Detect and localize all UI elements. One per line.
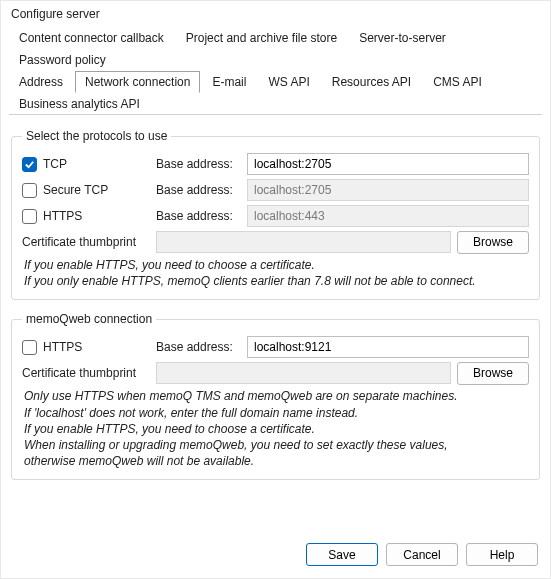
tab-business-analytics-api[interactable]: Business analytics API (9, 93, 150, 115)
memoqweb-certificate-row: Certificate thumbprint Browse (22, 360, 529, 386)
certificate-thumbprint-input[interactable] (156, 231, 451, 253)
tab-password-policy[interactable]: Password policy (9, 49, 116, 71)
tcp-address-label: Base address: (156, 157, 241, 171)
memoqweb-address-input[interactable] (247, 336, 529, 358)
secure-tcp-address-label: Base address: (156, 183, 241, 197)
memoqweb-address-label: Base address: (156, 340, 241, 354)
https-checkbox[interactable] (22, 209, 37, 224)
tab-strip: Content connector callbackProject and ar… (1, 25, 550, 115)
configure-server-window: Configure server Content connector callb… (0, 0, 551, 579)
tab-project-and-archive-file-store[interactable]: Project and archive file store (176, 27, 347, 49)
window-title: Configure server (1, 1, 550, 25)
secure-tcp-checkbox[interactable] (22, 183, 37, 198)
protocols-notes: If you enable HTTPS, you need to choose … (22, 255, 529, 289)
cancel-button[interactable]: Cancel (386, 543, 458, 566)
tab-content-network-connection: Select the protocols to use TCPBase addr… (1, 115, 550, 533)
memoqweb-https-row: HTTPS Base address: (22, 334, 529, 360)
memoqweb-https-checkbox[interactable] (22, 340, 37, 355)
tcp-address-input[interactable] (247, 153, 529, 175)
memoqweb-browse-certificate-button[interactable]: Browse (457, 362, 529, 385)
https-row: HTTPSBase address: (22, 203, 529, 229)
dialog-footer: Save Cancel Help (1, 533, 550, 578)
tcp-label: TCP (43, 157, 67, 171)
protocols-legend: Select the protocols to use (22, 129, 171, 143)
memoqweb-certificate-thumbprint-input[interactable] (156, 362, 451, 384)
certificate-label: Certificate thumbprint (22, 235, 136, 249)
memoqweb-legend: memoQweb connection (22, 312, 156, 326)
https-address-label: Base address: (156, 209, 241, 223)
browse-certificate-button[interactable]: Browse (457, 231, 529, 254)
memoqweb-https-label: HTTPS (43, 340, 82, 354)
tab-e-mail[interactable]: E-mail (202, 71, 256, 93)
save-button[interactable]: Save (306, 543, 378, 566)
tab-ws-api[interactable]: WS API (258, 71, 319, 93)
protocols-group: Select the protocols to use TCPBase addr… (11, 129, 540, 300)
secure-tcp-label: Secure TCP (43, 183, 108, 197)
memoqweb-notes: Only use HTTPS when memoQ TMS and memoQw… (22, 386, 529, 469)
certificate-row: Certificate thumbprint Browse (22, 229, 529, 255)
tab-cms-api[interactable]: CMS API (423, 71, 492, 93)
secure-tcp-address-input[interactable] (247, 179, 529, 201)
memoqweb-certificate-label: Certificate thumbprint (22, 366, 136, 380)
https-address-input[interactable] (247, 205, 529, 227)
tab-network-connection[interactable]: Network connection (75, 71, 200, 93)
tab-content-connector-callback[interactable]: Content connector callback (9, 27, 174, 49)
tab-resources-api[interactable]: Resources API (322, 71, 421, 93)
https-label: HTTPS (43, 209, 82, 223)
secure-tcp-row: Secure TCPBase address: (22, 177, 529, 203)
tcp-checkbox[interactable] (22, 157, 37, 172)
tcp-row: TCPBase address: (22, 151, 529, 177)
tab-server-to-server[interactable]: Server-to-server (349, 27, 456, 49)
memoqweb-group: memoQweb connection HTTPS Base address: … (11, 312, 540, 480)
help-button[interactable]: Help (466, 543, 538, 566)
tab-address[interactable]: Address (9, 71, 73, 93)
